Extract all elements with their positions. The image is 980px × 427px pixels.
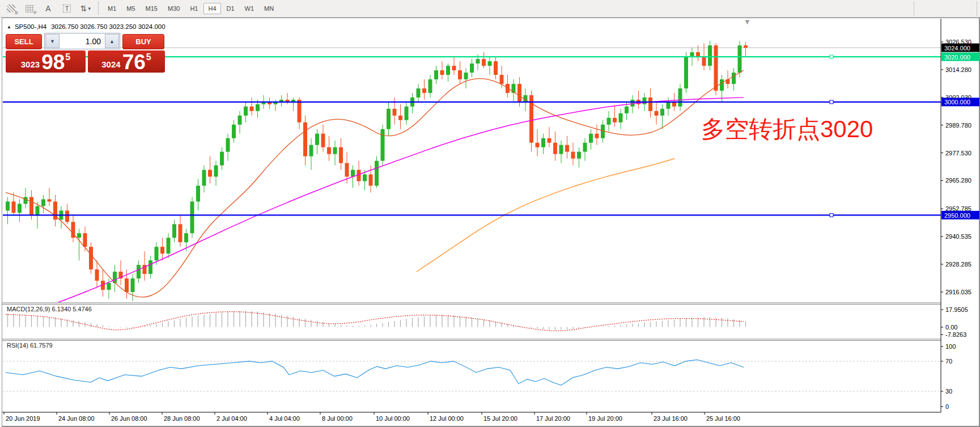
- volume-decrease-button[interactable]: ▼: [45, 34, 60, 48]
- candle-down: [357, 170, 361, 181]
- candle-down: [452, 66, 456, 70]
- candle-down: [672, 102, 676, 107]
- sell-button[interactable]: SELL: [6, 34, 42, 49]
- candle-up: [589, 134, 593, 143]
- candle-down: [536, 143, 540, 147]
- candle-up: [167, 238, 171, 253]
- candle-down: [548, 138, 551, 143]
- tf-button-mn[interactable]: MN: [260, 3, 278, 14]
- ohlc-values: 3026.750 3026.750 3023.250 3024.000: [51, 23, 165, 30]
- candle-up: [643, 98, 647, 104]
- grid-icon[interactable]: F: [22, 2, 37, 15]
- rsi-axis-label: 30: [945, 388, 952, 395]
- candle-up: [405, 107, 409, 120]
- candle-up: [660, 109, 664, 116]
- candle-up: [315, 134, 319, 145]
- candle-down: [655, 111, 659, 116]
- macd-panel[interactable]: [6, 311, 746, 331]
- rsi-panel[interactable]: [3, 360, 941, 391]
- tf-button-m5[interactable]: M5: [122, 3, 139, 14]
- arrow-down-marker-icon: ▼: [744, 18, 751, 26]
- candle-up: [381, 129, 385, 161]
- buy-button[interactable]: BUY: [122, 34, 164, 49]
- tf-button-m30[interactable]: M30: [163, 3, 184, 14]
- price-badge-label: 3020.000: [944, 54, 970, 61]
- resistance-3020-handle[interactable]: [830, 55, 833, 58]
- price-axis-label: 3014.280: [945, 66, 971, 73]
- arrange-icon[interactable]: ⇅ ▾: [78, 2, 94, 15]
- time-axis-label: 10 Jul 00:00: [376, 415, 410, 422]
- candle-up: [684, 57, 688, 88]
- macd-indicator-label: MACD(12,26,9) 6.1340 5.4746: [7, 306, 92, 312]
- candle-up: [155, 247, 159, 260]
- chevron-down-icon: ▾: [88, 6, 91, 11]
- rsi-axis-label: 0: [945, 403, 949, 410]
- volume-stepper: ▼ 1.00 ▲: [44, 33, 120, 49]
- tf-button-w1[interactable]: W1: [240, 3, 259, 14]
- candle-up: [41, 199, 45, 206]
- candle-down: [702, 57, 706, 66]
- candle-up: [429, 79, 432, 93]
- rsi-line: [6, 360, 744, 385]
- candle-down: [517, 84, 521, 102]
- candle-up: [577, 152, 581, 159]
- tf-button-m1[interactable]: M1: [103, 3, 121, 14]
- candle-down: [458, 70, 462, 79]
- collapse-toggle-icon[interactable]: ▲: [7, 24, 11, 29]
- price-badge-label: 3024.000: [944, 45, 970, 52]
- text-label-icon[interactable]: A: [40, 2, 56, 15]
- macd-signal-line: [6, 312, 744, 331]
- candle-down: [398, 116, 402, 120]
- candle-up: [488, 61, 492, 66]
- support-3000-handle[interactable]: [830, 100, 833, 104]
- price-badge-label: 2950.000: [944, 212, 970, 219]
- ask-price-pip: 5: [146, 52, 151, 62]
- chart-text-annotation[interactable]: 多空转折点3020: [701, 113, 873, 145]
- bid-price-tile[interactable]: 3023 98 5: [6, 50, 86, 73]
- volume-increase-button[interactable]: ▲: [105, 34, 119, 48]
- candle-up: [333, 147, 337, 154]
- rsi-axis-label: 70: [945, 358, 952, 365]
- candle-down: [321, 134, 325, 147]
- candle-down: [208, 170, 212, 177]
- candle-up: [434, 70, 438, 79]
- candle-down: [29, 197, 33, 215]
- indicators-icon[interactable]: E: [3, 2, 19, 15]
- candle-up: [375, 161, 379, 186]
- candle-down: [440, 70, 444, 75]
- candle-down: [648, 98, 652, 111]
- candle-up: [625, 107, 629, 113]
- time-axis-label: 15 Jul 20:00: [483, 415, 517, 422]
- candle-up: [18, 204, 22, 213]
- main-price-panel[interactable]: [3, 41, 941, 322]
- candle-up: [464, 73, 468, 79]
- price-badge-label: 3000.000: [944, 99, 970, 105]
- tf-button-h1[interactable]: H1: [185, 3, 202, 14]
- candle-up: [220, 152, 224, 166]
- candle-up: [24, 197, 28, 204]
- candle-up: [619, 113, 623, 122]
- timeframe-buttons: M1M5M15M30H1H4D1W1MN: [103, 3, 279, 14]
- price-axis-label: 2965.280: [945, 177, 971, 184]
- candle-up: [559, 145, 563, 154]
- candle-down: [250, 107, 254, 111]
- volume-field[interactable]: 1.00: [60, 33, 104, 49]
- textbox-icon[interactable]: T: [59, 2, 75, 15]
- tf-button-d1[interactable]: D1: [222, 3, 239, 14]
- support-2950-handle[interactable]: [830, 213, 833, 217]
- candle-up: [690, 52, 694, 57]
- candle-up: [214, 166, 218, 177]
- ask-price-tile[interactable]: 3024 76 5: [88, 50, 165, 73]
- rsi-indicator-label: RSI(14) 61.7579: [7, 342, 53, 349]
- candle-up: [202, 170, 206, 186]
- time-axis-label: 24 Jun 08:00: [58, 415, 95, 422]
- tf-button-h4[interactable]: H4: [203, 3, 220, 14]
- candle-up: [732, 73, 736, 84]
- time-axis-label: 17 Jul 20:00: [536, 415, 570, 422]
- candle-down: [298, 100, 302, 122]
- symbol-label: SP500-,H4: [15, 23, 46, 30]
- candle-up: [137, 265, 141, 278]
- tf-button-m15[interactable]: M15: [141, 3, 162, 14]
- candle-up: [256, 104, 260, 111]
- candle-up: [417, 88, 421, 98]
